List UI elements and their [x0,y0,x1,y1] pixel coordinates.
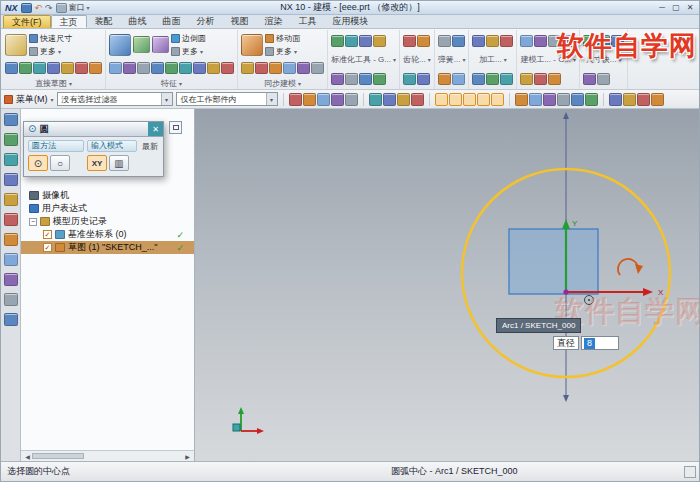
tool-icon[interactable] [515,93,528,106]
tool-icon[interactable] [4,113,18,126]
quick-dimension-button[interactable]: 快速尺寸 [29,33,72,44]
maximize-button[interactable]: ▢ [671,3,681,12]
circle-three-point-button[interactable]: ○ [50,155,70,171]
tool-icon[interactable] [165,62,178,74]
tab-view[interactable]: 视图 [223,15,257,28]
hole-icon[interactable] [133,36,150,53]
tool-icon[interactable] [331,73,344,85]
tool-icon[interactable] [61,62,74,74]
tool-icon[interactable] [269,62,282,74]
move-face-button[interactable]: 移动面 [265,33,300,44]
tool-icon[interactable] [597,35,610,47]
window-menu-button[interactable]: 窗口▾ [56,2,90,13]
selection-scope-dropdown[interactable]: 仅在工作部件内▾ [176,92,278,106]
tool-icon[interactable] [297,62,310,74]
tool-icon[interactable] [241,62,254,74]
minimize-button[interactable]: ─ [657,3,667,12]
tool-icon[interactable] [33,62,46,74]
rotate-handle-icon[interactable] [618,259,638,275]
tab-file[interactable]: 文件(F) [3,15,51,28]
more-button[interactable]: 更多▾ [265,46,300,57]
tool-icon[interactable] [345,73,358,85]
scroll-thumb[interactable] [32,453,84,459]
tool-icon[interactable] [534,73,547,85]
tool-icon[interactable] [359,73,372,85]
tab-assembly[interactable]: 装配 [87,15,121,28]
tool-icon[interactable] [373,73,386,85]
tool-icon[interactable] [179,62,192,74]
group-label-machining[interactable]: 加工...▾ [472,54,513,66]
tool-icon[interactable] [123,62,136,74]
tab-render[interactable]: 渲染 [257,15,291,28]
visibility-checkbox[interactable]: ✓ [43,230,52,239]
tool-icon[interactable] [373,35,386,47]
tool-icon[interactable] [4,293,18,306]
tool-icon[interactable] [449,93,462,106]
tool-icon[interactable] [486,35,499,47]
tool-icon[interactable] [193,62,206,74]
tool-icon[interactable] [637,93,650,106]
tool-icon[interactable] [4,153,18,166]
tool-icon[interactable] [331,93,344,106]
tool-icon[interactable] [5,62,18,74]
tool-icon[interactable] [403,35,416,47]
tool-icon[interactable] [438,73,451,85]
visibility-checkbox[interactable]: ✓ [43,243,52,252]
tool-icon[interactable] [477,93,490,106]
tab-curve[interactable]: 曲线 [121,15,155,28]
tool-icon[interactable] [4,233,18,246]
tool-icon[interactable] [611,35,624,47]
tool-icon[interactable] [89,62,102,74]
tree-item-user-expressions[interactable]: 用户表达式 [21,202,194,215]
tool-icon[interactable] [529,93,542,106]
tool-icon[interactable] [303,93,316,106]
tool-icon[interactable] [4,193,18,206]
tool-icon[interactable] [435,93,448,106]
tool-icon[interactable] [75,62,88,74]
expand-toggle-icon[interactable]: − [29,218,37,226]
tool-icon[interactable] [331,35,344,47]
save-icon[interactable] [21,3,32,13]
tool-icon[interactable] [557,93,570,106]
xy-input-mode-button[interactable]: XY [87,155,107,171]
tool-icon[interactable] [520,73,533,85]
tool-icon[interactable] [47,62,60,74]
dialog-header[interactable]: ⊙ 圆 ✕ [24,122,163,137]
group-label-standard-tools[interactable]: 标准化工具 - G...▾ [331,54,396,66]
graphics-window[interactable]: Y X 软件自学网 Arc1 / SKETCH_000 直径 [195,109,699,461]
scroll-right-icon[interactable]: ▶ [183,453,192,460]
tool-icon[interactable] [562,35,575,47]
group-label-feature[interactable]: 特征▾ [109,77,234,89]
tree-item-sketch[interactable]: ✓ 草图 (1) "SKETCH_..." ✓ [21,241,194,254]
selection-filter-dropdown[interactable]: 没有选择过滤器▾ [57,92,173,106]
tool-icon[interactable] [397,93,410,106]
group-label-spring[interactable]: 弹簧...▾ [438,54,466,66]
tool-icon[interactable] [137,62,150,74]
center-point[interactable] [563,289,568,294]
tool-icon[interactable] [345,93,358,106]
tool-icon[interactable] [597,73,610,85]
tool-icon[interactable] [311,62,324,74]
tool-icon[interactable] [452,35,465,47]
tool-icon[interactable] [520,35,533,47]
move-face-icon[interactable] [241,34,263,56]
close-button[interactable]: ✕ [685,3,695,12]
tool-icon[interactable] [651,93,664,106]
tool-icon[interactable] [438,35,451,47]
dialog-clip-button[interactable] [169,121,182,134]
group-label-synchronous[interactable]: 同步建模▾ [241,77,324,89]
tool-icon[interactable] [623,93,636,106]
circle-center-diameter-button[interactable]: ⊙ [28,155,48,171]
tool-icon[interactable] [369,93,382,106]
more-button[interactable]: 更多▾ [29,46,72,57]
tool-icon[interactable] [548,35,561,47]
tool-icon[interactable] [417,35,430,47]
tool-icon[interactable] [4,133,18,146]
group-label-direct-sketch[interactable]: 直接草图▾ [5,77,102,89]
tool-icon[interactable] [109,62,122,74]
tool-icon[interactable] [452,73,465,85]
more-button[interactable]: 更多▾ [171,46,206,57]
resize-grip[interactable] [684,466,696,478]
tool-icon[interactable] [4,213,18,226]
tool-icon[interactable] [585,93,598,106]
